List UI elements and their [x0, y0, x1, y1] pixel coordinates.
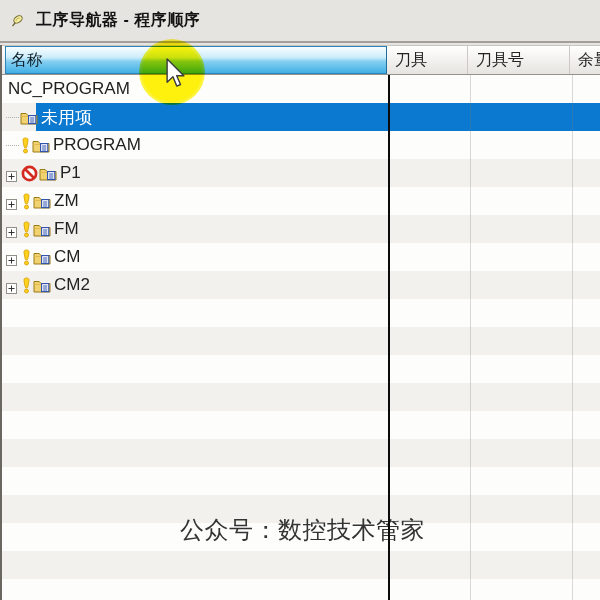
empty-row	[0, 411, 600, 439]
column-header-stock[interactable]: 余量	[570, 46, 600, 74]
panel-left-border	[0, 45, 2, 600]
folder-icon	[32, 138, 50, 153]
column-header-row: 名称 刀具 刀具号 余量	[0, 45, 600, 75]
tree-row[interactable]: 未用项	[0, 103, 600, 131]
tree-connector-line	[6, 145, 19, 146]
empty-row	[0, 467, 600, 495]
operation-navigator-window: 工序导航器 - 程序顺序 名称 刀具 刀具号 余量 NC_PROGRAM未用项P…	[0, 0, 600, 600]
tree-row[interactable]: FM	[0, 215, 600, 243]
tree-row[interactable]: PROGRAM	[0, 131, 600, 159]
tree-row-label: FM	[54, 219, 79, 239]
empty-row	[0, 299, 600, 327]
tree-row-label: CM	[54, 247, 80, 267]
tree-row[interactable]: ZM	[0, 187, 600, 215]
tree-row[interactable]: CM2	[0, 271, 600, 299]
tree-row-label: ZM	[54, 191, 79, 211]
column-header-tool[interactable]: 刀具	[387, 46, 468, 74]
tree-row-label: P1	[60, 163, 81, 183]
folder-icon	[20, 110, 38, 125]
empty-row	[0, 579, 600, 600]
tree-row-label: NC_PROGRAM	[8, 79, 130, 99]
expand-plus-icon[interactable]	[6, 196, 17, 207]
warning-icon	[21, 249, 32, 266]
folder-icon	[33, 250, 51, 265]
column-header-name[interactable]: 名称	[5, 46, 387, 74]
expand-plus-icon[interactable]	[6, 224, 17, 235]
expand-plus-icon[interactable]	[6, 168, 17, 179]
empty-row	[0, 383, 600, 411]
empty-row	[0, 551, 600, 579]
tree-row[interactable]: CM	[0, 243, 600, 271]
black-column-divider[interactable]	[388, 75, 390, 600]
empty-row	[0, 327, 600, 355]
tree-row[interactable]: P1	[0, 159, 600, 187]
column-divider-1	[470, 75, 471, 600]
tree-connector-line	[6, 117, 19, 118]
empty-row	[0, 439, 600, 467]
warning-icon	[21, 277, 32, 294]
tree-row-label: CM2	[54, 275, 90, 295]
panel-titlebar: 工序导航器 - 程序顺序	[0, 0, 600, 43]
tree-row-label: PROGRAM	[53, 135, 141, 155]
prohibited-icon	[21, 165, 38, 182]
expand-plus-icon[interactable]	[6, 252, 17, 263]
folder-icon	[33, 222, 51, 237]
selection-highlight	[36, 103, 600, 131]
column-header-tool-number[interactable]: 刀具号	[468, 46, 570, 74]
column-divider-2	[572, 75, 573, 600]
pin-icon[interactable]	[9, 13, 25, 29]
folder-icon	[33, 194, 51, 209]
folder-icon	[39, 166, 57, 181]
folder-icon	[33, 278, 51, 293]
empty-row	[0, 355, 600, 383]
expand-plus-icon[interactable]	[6, 280, 17, 291]
panel-title: 工序导航器 - 程序顺序	[36, 10, 200, 31]
tree-row-label: 未用项	[41, 106, 92, 129]
tree-row[interactable]: NC_PROGRAM	[0, 75, 600, 103]
warning-icon	[21, 193, 32, 210]
warning-icon	[20, 137, 31, 154]
warning-icon	[21, 221, 32, 238]
